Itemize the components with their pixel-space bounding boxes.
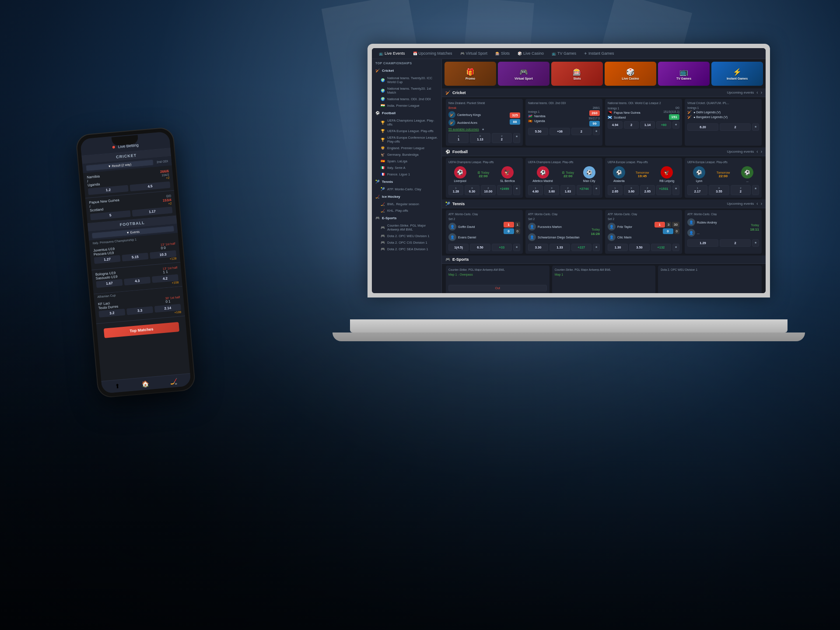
more-m2[interactable]: ★ xyxy=(593,128,600,135)
nav-upcoming[interactable]: 📅 Upcoming Matches xyxy=(410,50,455,57)
sidebar-tennis-atp[interactable]: 🎾 ATP. Monte-Carlo. Clay xyxy=(372,186,441,192)
sidebar-football-ucl[interactable]: 🏆 UEFA Champions League. Play-offs xyxy=(372,117,441,128)
more-f3[interactable]: ★ xyxy=(672,185,679,195)
odd-t3-plus[interactable]: +132 xyxy=(651,244,671,251)
odd-m3-x[interactable]: 2 xyxy=(624,121,639,129)
more-f4[interactable]: ★ xyxy=(752,185,759,195)
cricket-nav-prev[interactable]: ‹ xyxy=(756,90,758,95)
football-nav-prev[interactable]: ‹ xyxy=(756,149,758,154)
sidebar-esports-dota1[interactable]: 🎮 Dota 2. OPC WEU Division 1 xyxy=(372,233,441,239)
promo-card-virtual[interactable]: 🎮 Virtual Sport xyxy=(498,62,550,86)
sidebar-football-uel[interactable]: 🏆 UEFA Europa League. Play-offs xyxy=(372,128,441,134)
more-t2[interactable]: ★ xyxy=(593,244,600,251)
odd-f4-x[interactable]: X 3.55 xyxy=(709,185,729,195)
sidebar-cricket-item-1[interactable]: 🌍 National teams. Twenty20. ICC World Cu… xyxy=(372,75,441,85)
tennis-match-4[interactable]: ATP. Monte-Carlo. Clay 👤 Rublev Andrey xyxy=(685,210,762,254)
odd-f4-1[interactable]: 1 2.17 xyxy=(687,185,707,195)
odd-t1-plus[interactable]: +33 xyxy=(492,244,512,251)
more-t1[interactable]: ★ xyxy=(513,244,520,251)
sidebar-item-cricket[interactable]: 🏏 Cricket xyxy=(372,66,441,75)
more-f1[interactable]: ★ xyxy=(513,185,520,195)
cricket-match-1[interactable]: New Zealand. Plunket Shield Break 🏏 Cant… xyxy=(446,99,523,146)
more-f2[interactable]: ★ xyxy=(593,185,600,195)
promo-card-instant[interactable]: ⚡ Instant Games xyxy=(711,62,763,86)
odd-f3-2[interactable]: 2 2.65 xyxy=(640,185,655,195)
nav-instant[interactable]: ✈ Instant Games xyxy=(581,50,617,57)
promo-card-slots[interactable]: 🎰 Slots xyxy=(551,62,603,86)
esports-match-2[interactable]: Counter-Strike. PGL Major Antwerp AM BWL… xyxy=(552,266,656,293)
nav-live-casino[interactable]: 🎲 Live Casino xyxy=(515,50,546,57)
sidebar-item-tennis[interactable]: 🎾 Tennis xyxy=(372,178,441,186)
odd-f1-plus[interactable]: +2499 xyxy=(497,185,512,195)
esports-match-1[interactable]: Counter-Strike. PGL Major Antwerp AM BWL… xyxy=(446,266,550,293)
sidebar-esports-dota2[interactable]: 🎮 Dota 2. OPC CIS Division 1 xyxy=(372,239,441,246)
phone-nav-home[interactable]: 🏠 xyxy=(141,380,149,387)
cricket-match-2[interactable]: National teams. ODI. 2nd ODI Innings 1 🇳… xyxy=(525,99,602,146)
football-match-2[interactable]: UEFA Champions League. Play-offs ⚽ Atlet… xyxy=(525,158,602,198)
odd-t1-1[interactable]: 1(4.5) xyxy=(448,244,469,251)
more-t4[interactable]: ★ xyxy=(752,239,759,247)
odd-btn-m2-x[interactable]: +36 xyxy=(550,128,570,135)
sidebar-cricket-item-3[interactable]: 🌍 National teams. ODI. 2nd ODI xyxy=(372,96,441,102)
odd-m4-1[interactable]: 6.20 xyxy=(687,123,718,131)
football-match-1[interactable]: UEFA Champions League. Play-offs ⚽ Liver… xyxy=(446,158,523,198)
sidebar-cricket-item-4[interactable]: 🇮🇳 India. Premier League xyxy=(372,102,441,109)
odd-t2-2[interactable]: 1.33 xyxy=(550,244,570,251)
outcomes-link[interactable]: 55 available outcomes xyxy=(448,128,479,131)
sidebar-hockey-khl[interactable]: 🏒 KHL. Play-offs xyxy=(372,207,441,214)
sidebar-football-uecl[interactable]: 🏆 UEFA Europa Conference League. Play-of… xyxy=(372,134,441,145)
football-nav-next[interactable]: › xyxy=(761,149,762,154)
odd-m3-1[interactable]: 4.94 xyxy=(608,121,623,129)
more-t3[interactable]: ★ xyxy=(672,244,679,251)
sidebar-football-epl[interactable]: 🦁 England. Premier League xyxy=(372,145,441,151)
sidebar-football-laliga[interactable]: 🇪🇸 Spain. LaLiga xyxy=(372,158,441,164)
promo-card-casino[interactable]: 🎲 Live Casino xyxy=(605,62,656,86)
odd-t3-1[interactable]: 1.30 xyxy=(608,244,628,251)
odd-f1-x[interactable]: X 6.30 xyxy=(465,185,480,195)
odd-t2-1[interactable]: 3.30 xyxy=(528,244,548,251)
odd-f3-plus[interactable]: +1531 xyxy=(656,185,671,195)
odd-f1-1[interactable]: 1 1.28 xyxy=(448,185,463,195)
cricket-nav-next[interactable]: › xyxy=(761,90,762,95)
odd-t2-plus[interactable]: +227 xyxy=(571,244,592,251)
more-m3[interactable]: ★ xyxy=(672,121,679,129)
odd-f2-plus[interactable]: +2744 xyxy=(577,185,592,195)
sidebar-esports-cs[interactable]: 🎮 Counter-Strike. PGL Major Antwerp AM B… xyxy=(372,222,441,233)
more-outcomes-btn[interactable]: ★ xyxy=(513,133,520,143)
sidebar-football-seriea[interactable]: 🇮🇹 Italy. Serie A xyxy=(372,164,441,171)
odd-f1-2[interactable]: 2 10.00 xyxy=(481,185,496,195)
odd-btn-2[interactable]: 2 2 xyxy=(492,133,512,143)
odd-t4-1[interactable]: 1.29 xyxy=(687,239,718,247)
odd-btn-m2-2[interactable]: 2 xyxy=(571,128,592,135)
phone-nav-up[interactable]: ⬆ xyxy=(115,382,120,390)
nav-slots[interactable]: 🎰 Slots xyxy=(493,50,512,57)
top-matches-button[interactable]: Top Matches xyxy=(104,322,179,338)
sidebar-item-esports[interactable]: 🎮 E-Sports xyxy=(372,214,441,222)
sidebar-item-icehockey[interactable]: 🏒 Ice Hockey xyxy=(372,192,441,201)
odd-m4-2[interactable]: 2 xyxy=(720,123,751,131)
sidebar-esports-dota3[interactable]: 🎮 Dota 2. OPC SEA Division 1 xyxy=(372,246,441,252)
odd-t1-2[interactable]: 6.50 xyxy=(470,244,490,251)
odd-f2-2[interactable]: 2 1.83 xyxy=(560,185,575,195)
odd-m3-2[interactable]: 1.14 xyxy=(640,121,655,129)
cricket-match-4[interactable]: Virtual Cricket. QUANTUM. IPL... Innings… xyxy=(685,99,762,146)
odd-f2-x[interactable]: X 3.60 xyxy=(544,185,559,195)
sidebar-hockey-bwl[interactable]: 🏒 BWL. Regular season xyxy=(372,201,441,207)
more-m4[interactable]: ★ xyxy=(752,123,759,131)
nav-tv-games[interactable]: 📺 TV Games xyxy=(549,50,579,57)
odd-btn-x[interactable]: X 1.13 xyxy=(470,133,490,143)
odd-btn-1[interactable]: 1 1 xyxy=(448,133,469,143)
outcomes-star[interactable]: ★ xyxy=(482,128,484,131)
sidebar-cricket-item-2[interactable]: 🌍 National teams. Twenty20. 1st Match xyxy=(372,85,441,96)
odd-m3-plus[interactable]: +80 xyxy=(656,121,671,129)
tennis-match-3[interactable]: ATP. Monte-Carlo. Clay Set 2 👤 Fritz Tay… xyxy=(605,210,682,254)
odd-e1-out[interactable]: Out xyxy=(448,285,547,291)
football-match-3[interactable]: UEFA Europa League. Play-offs ⚽ Atalanta xyxy=(605,158,682,198)
promo-card-tv[interactable]: 📺 TV Games xyxy=(658,62,710,86)
odd-f3-1[interactable]: 1 2.65 xyxy=(608,185,623,195)
tennis-match-1[interactable]: ATP. Monte-Carlo. Clay Set 2 👤 Goffin Da… xyxy=(446,210,523,254)
odd-f2-1[interactable]: 1 4.80 xyxy=(528,185,543,195)
promo-card-promo[interactable]: 🎁 Promo xyxy=(444,62,496,86)
phone-nav-ice[interactable]: 🏒 xyxy=(170,378,178,385)
odd-t3-2[interactable]: 3.50 xyxy=(629,244,649,251)
